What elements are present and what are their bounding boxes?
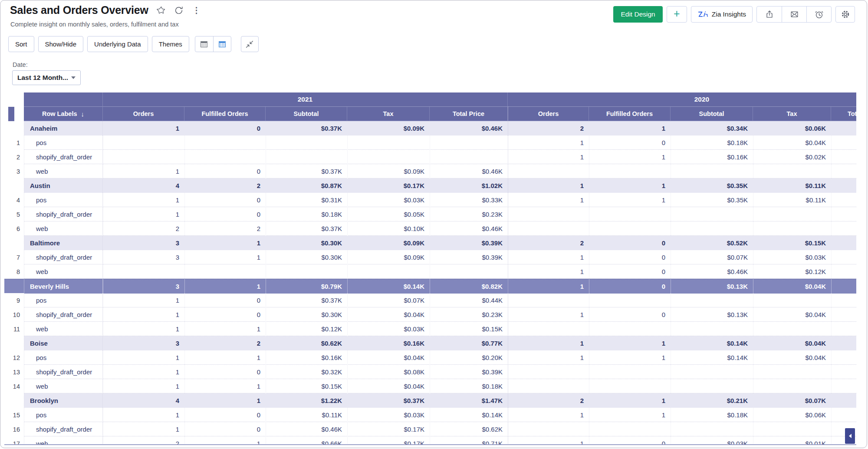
value-cell-2020[interactable]: $0.13K — [671, 307, 753, 322]
row-label-cell[interactable]: web — [24, 221, 103, 236]
row-label-cell[interactable]: shopify_draft_order — [24, 307, 103, 322]
value-cell-2021[interactable]: 2 — [184, 336, 266, 350]
value-cell-2020[interactable] — [589, 422, 671, 436]
value-cell-2021[interactable]: 1 — [103, 193, 184, 207]
value-cell-2021[interactable]: $0.37K — [347, 393, 430, 408]
value-cell-2020[interactable] — [831, 221, 856, 236]
value-cell-2021[interactable]: 0 — [184, 365, 266, 379]
value-cell-2020[interactable] — [831, 264, 856, 279]
row-label-cell[interactable]: shopify_draft_order — [24, 150, 103, 164]
value-cell-2020[interactable] — [831, 379, 856, 393]
value-cell-2020[interactable]: 2 — [508, 121, 589, 135]
value-cell-2021[interactable]: $0.09K — [347, 236, 430, 250]
value-cell-2021[interactable]: 1 — [184, 350, 266, 365]
row-label-cell[interactable]: Austin — [24, 178, 103, 193]
favorite-star-icon[interactable] — [156, 5, 166, 16]
value-cell-2021[interactable]: $0.44K — [430, 293, 508, 307]
row-label-cell[interactable]: shopify_draft_order — [24, 422, 103, 436]
add-button[interactable]: + — [667, 6, 687, 23]
value-cell-2021[interactable]: $0.39K — [430, 365, 508, 379]
collapse-fit-icon[interactable] — [241, 36, 259, 52]
value-cell-2021[interactable]: 1 — [103, 307, 184, 322]
value-cell-2021[interactable]: $0.46K — [266, 422, 347, 436]
value-cell-2020[interactable] — [831, 408, 856, 422]
value-cell-2020[interactable] — [831, 207, 856, 221]
row-label-cell[interactable]: web — [24, 264, 103, 279]
value-cell-2020[interactable] — [589, 221, 671, 236]
row-label-cell[interactable]: Baltimore — [24, 236, 103, 250]
themes-button[interactable]: Themes — [152, 36, 189, 52]
value-cell-2020[interactable]: $0.01K — [753, 436, 831, 445]
value-cell-2020[interactable]: $0.04K — [753, 135, 831, 150]
row-label-cell[interactable]: shopify_draft_order — [24, 207, 103, 221]
value-cell-2020[interactable] — [671, 207, 753, 221]
value-cell-2021[interactable] — [266, 135, 347, 150]
more-options-kebab-icon[interactable]: ⋮ — [191, 5, 202, 16]
value-cell-2020[interactable]: $0.04K — [753, 336, 831, 350]
value-cell-2020[interactable]: 0 — [589, 264, 671, 279]
value-cell-2021[interactable]: $0.20K — [430, 350, 508, 365]
row-label-cell[interactable]: web — [24, 164, 103, 178]
measure-header-2021-fulfilled-orders[interactable]: Fulfilled Orders — [184, 107, 266, 121]
value-cell-2021[interactable]: 1 — [103, 365, 184, 379]
value-cell-2020[interactable]: $0.03K — [671, 436, 753, 445]
value-cell-2020[interactable]: 1 — [589, 150, 671, 164]
schedule-alarm-icon[interactable] — [806, 7, 831, 22]
measure-header-2020-subtotal[interactable]: Subtotal — [671, 107, 753, 121]
value-cell-2020[interactable] — [831, 121, 856, 135]
measure-header-2020-total-price[interactable]: Total Price — [831, 107, 856, 121]
value-cell-2021[interactable] — [347, 150, 430, 164]
value-cell-2021[interactable] — [103, 150, 184, 164]
value-cell-2021[interactable]: $0.04K — [347, 379, 430, 393]
value-cell-2021[interactable]: 0 — [184, 422, 266, 436]
row-label-cell[interactable]: shopify_draft_order — [24, 250, 103, 264]
value-cell-2020[interactable]: $0.02K — [753, 150, 831, 164]
value-cell-2021[interactable]: 2 — [184, 178, 266, 193]
value-cell-2021[interactable]: $1.47K — [430, 393, 508, 408]
value-cell-2020[interactable] — [753, 221, 831, 236]
value-cell-2021[interactable]: 0 — [184, 307, 266, 322]
value-cell-2020[interactable]: $0.07K — [671, 250, 753, 264]
email-icon[interactable] — [782, 7, 806, 22]
value-cell-2021[interactable]: $1.22K — [266, 393, 347, 408]
value-cell-2021[interactable]: 1 — [103, 379, 184, 393]
value-cell-2021[interactable]: $0.09K — [347, 121, 430, 135]
value-cell-2021[interactable]: $0.46K — [430, 221, 508, 236]
value-cell-2020[interactable] — [589, 293, 671, 307]
value-cell-2020[interactable] — [831, 135, 856, 150]
value-cell-2021[interactable]: 3 — [103, 336, 184, 350]
value-cell-2021[interactable]: 1 — [103, 207, 184, 221]
date-filter-dropdown[interactable]: Last 12 Month... — [12, 70, 81, 85]
value-cell-2020[interactable]: $0.04K — [753, 279, 831, 294]
value-cell-2021[interactable]: $1.02K — [430, 178, 508, 193]
value-cell-2021[interactable]: $0.23K — [430, 207, 508, 221]
value-cell-2020[interactable]: 0 — [589, 135, 671, 150]
value-cell-2020[interactable] — [831, 279, 856, 294]
value-cell-2020[interactable] — [671, 422, 753, 436]
value-cell-2020[interactable]: $0.46K — [671, 264, 753, 279]
value-cell-2021[interactable] — [430, 264, 508, 279]
value-cell-2020[interactable] — [589, 322, 671, 336]
value-cell-2020[interactable] — [753, 322, 831, 336]
value-cell-2020[interactable] — [753, 164, 831, 178]
row-label-cell[interactable]: Beverly Hills — [24, 279, 103, 294]
value-cell-2020[interactable]: 0 — [589, 279, 671, 294]
value-cell-2020[interactable]: 1 — [508, 150, 589, 164]
value-cell-2021[interactable]: 1 — [103, 293, 184, 307]
value-cell-2020[interactable] — [508, 293, 589, 307]
value-cell-2021[interactable] — [347, 135, 430, 150]
value-cell-2021[interactable]: $0.05K — [347, 207, 430, 221]
value-cell-2020[interactable]: $0.21K — [671, 393, 753, 408]
value-cell-2020[interactable]: 1 — [508, 250, 589, 264]
value-cell-2020[interactable] — [589, 365, 671, 379]
value-cell-2020[interactable]: 1 — [589, 350, 671, 365]
value-cell-2021[interactable] — [184, 135, 266, 150]
value-cell-2021[interactable]: $0.16K — [266, 350, 347, 365]
value-cell-2020[interactable] — [589, 164, 671, 178]
value-cell-2020[interactable]: 1 — [589, 193, 671, 207]
value-cell-2020[interactable] — [753, 422, 831, 436]
row-label-cell[interactable]: pos — [24, 135, 103, 150]
value-cell-2021[interactable]: 0 — [184, 121, 266, 135]
value-cell-2021[interactable]: $0.23K — [430, 307, 508, 322]
value-cell-2020[interactable]: 1 — [508, 350, 589, 365]
